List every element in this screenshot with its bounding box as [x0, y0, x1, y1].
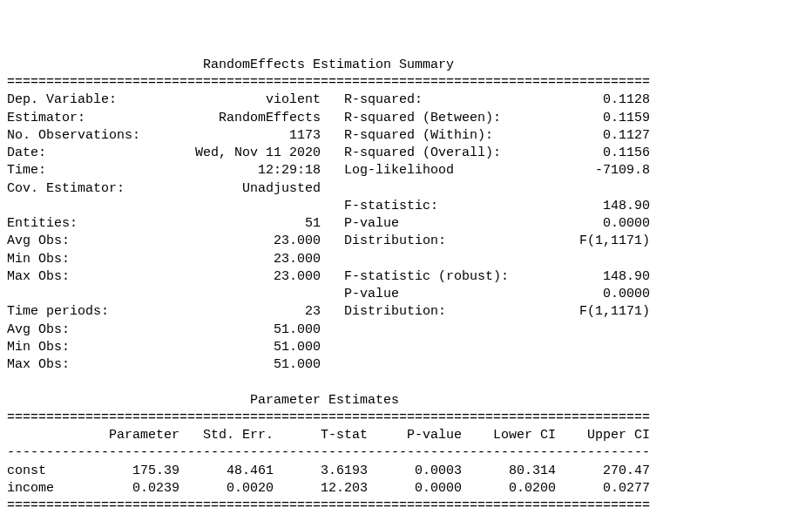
summary-row: Avg Obs: 51.000: [7, 321, 805, 339]
summary-row: Cov. Estimator: Unadjusted: [7, 180, 805, 198]
summary-row: Max Obs: 51.000: [7, 356, 805, 374]
rule: ========================================…: [7, 409, 805, 427]
param-row: income 0.0239 0.0020 12.203 0.0000 0.020…: [7, 480, 805, 497]
summary-row: Time periods: 23 Distribution: F(1,1171): [7, 303, 805, 321]
rule-dash: ----------------------------------------…: [7, 444, 805, 462]
summary-row: Max Obs: 23.000 F-statistic (robust): 14…: [7, 268, 805, 286]
summary-title: RandomEffects Estimation Summary: [7, 57, 805, 74]
blank: [7, 374, 805, 391]
summary-row: Date: Wed, Nov 11 2020 R-squared (Overal…: [7, 145, 805, 162]
summary-row: Dep. Variable: violent R-squared: 0.1128: [7, 91, 805, 109]
summary-row: Min Obs: 23.000: [7, 251, 805, 268]
rule: ========================================…: [7, 74, 805, 91]
summary-row: No. Observations: 1173 R-squared (Within…: [7, 127, 805, 145]
param-row: const 175.39 48.461 3.6193 0.0003 80.314…: [7, 463, 805, 480]
param-title: Parameter Estimates: [7, 392, 805, 409]
summary-row: Min Obs: 51.000: [7, 339, 805, 356]
regression-output: RandomEffects Estimation Summary =======…: [7, 57, 805, 516]
summary-row: Entities: 51 P-value 0.0000: [7, 215, 805, 233]
summary-row: Time: 12:29:18 Log-likelihood -7109.8: [7, 162, 805, 179]
summary-row: F-statistic: 148.90: [7, 198, 805, 215]
summary-row: P-value 0.0000: [7, 286, 805, 303]
summary-row: Avg Obs: 23.000 Distribution: F(1,1171): [7, 233, 805, 250]
summary-row: Estimator: RandomEffects R-squared (Betw…: [7, 110, 805, 127]
rule: ========================================…: [7, 497, 805, 515]
param-header: Parameter Std. Err. T-stat P-value Lower…: [7, 427, 805, 444]
